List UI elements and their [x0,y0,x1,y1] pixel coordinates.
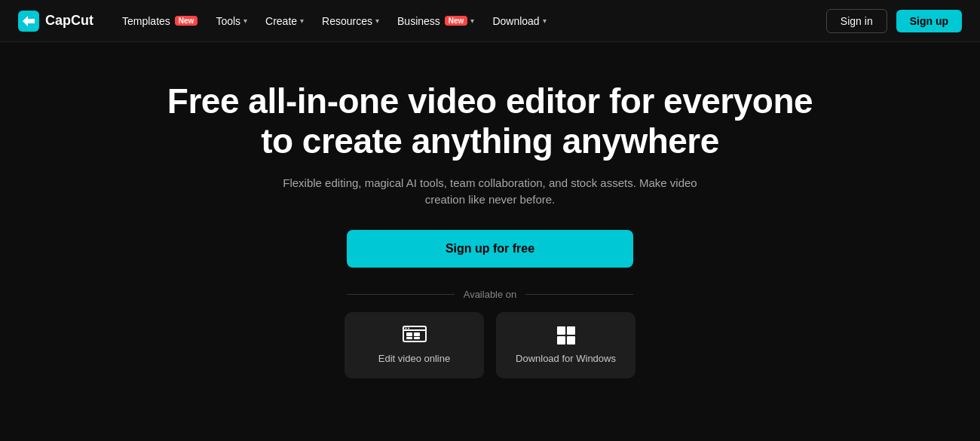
svg-rect-7 [406,337,412,339]
svg-point-3 [405,328,406,329]
nav-label-create: Create [265,15,297,27]
available-label: Available on [464,289,517,300]
svg-rect-5 [406,332,412,336]
svg-rect-9 [557,326,565,335]
platform-label-online: Edit video online [378,353,450,364]
hero-title: Free all-in-one video editor for everyon… [151,81,829,161]
available-label-row: Available on [347,289,633,300]
chevron-business-icon: ▾ [470,17,474,25]
nav-label-download: Download [492,15,539,27]
chevron-download-icon: ▾ [543,17,547,25]
nav-item-create[interactable]: Create ▾ [258,11,311,32]
platform-buttons: Edit video online Download for Windows [345,312,635,378]
hero-subtitle: Flexible editing, magical AI tools, team… [264,175,716,209]
nav-item-business[interactable]: Business New ▾ [390,11,482,32]
svg-rect-10 [567,326,575,335]
logo[interactable]: CapCut [18,11,93,32]
nav-items: Templates New Tools ▾ Create ▾ Resources… [115,11,554,32]
svg-rect-12 [567,336,575,345]
windows-icon [556,326,576,345]
navbar-left: CapCut Templates New Tools ▾ Create ▾ Re… [18,11,554,32]
svg-rect-11 [557,336,565,345]
svg-point-4 [408,328,409,329]
svg-rect-6 [414,332,420,336]
platform-btn-windows[interactable]: Download for Windows [496,312,635,378]
nav-item-tools[interactable]: Tools ▾ [208,11,255,32]
nav-item-resources[interactable]: Resources ▾ [314,11,387,32]
chevron-resources-icon: ▾ [375,17,379,25]
nav-item-templates[interactable]: Templates New [115,11,205,32]
nav-label-business: Business [397,15,440,27]
capcut-logo-icon [18,11,39,32]
signin-button[interactable]: Sign in [826,9,887,33]
platform-btn-online[interactable]: Edit video online [345,312,484,378]
hero-section: Free all-in-one video editor for everyon… [0,42,980,378]
logo-text: CapCut [45,13,93,29]
signup-button[interactable]: Sign up [896,10,962,32]
signup-hero-button[interactable]: Sign up for free [347,230,633,268]
divider-right [525,294,633,295]
available-on-section: Available on Edit video online [0,289,980,378]
nav-item-download[interactable]: Download ▾ [485,11,553,32]
chevron-tools-icon: ▾ [243,17,247,25]
badge-templates: New [175,16,198,26]
platform-label-windows: Download for Windows [516,353,616,364]
divider-left [347,294,455,295]
badge-business: New [445,16,468,26]
navbar-right: Sign in Sign up [826,9,962,33]
chevron-create-icon: ▾ [300,17,304,25]
svg-rect-8 [414,337,420,339]
nav-label-templates: Templates [122,15,170,27]
monitor-icon [403,326,427,345]
nav-label-resources: Resources [322,15,372,27]
nav-label-tools: Tools [216,15,240,27]
navbar: CapCut Templates New Tools ▾ Create ▾ Re… [0,0,980,42]
